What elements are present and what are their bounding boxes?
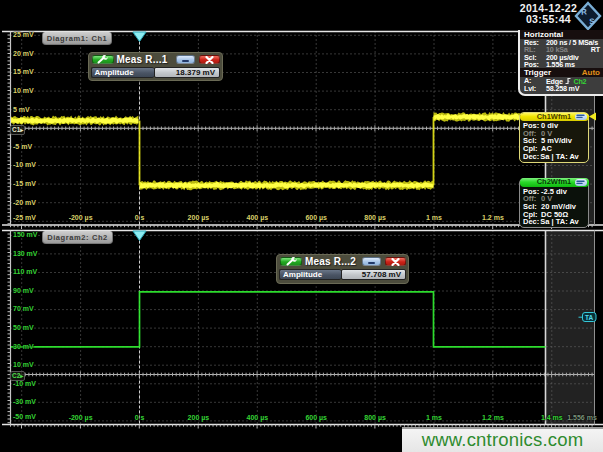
svg-text:TA: TA: [585, 314, 593, 321]
svg-text:R: R: [581, 7, 588, 16]
